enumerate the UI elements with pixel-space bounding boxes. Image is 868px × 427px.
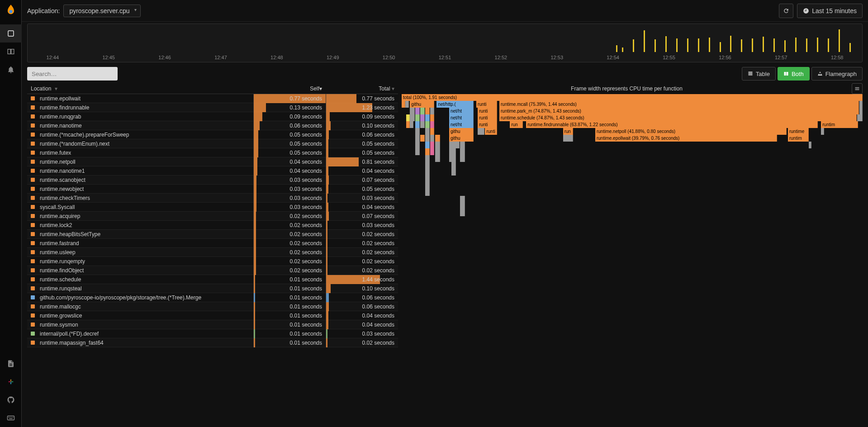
nav-alerts-icon[interactable] — [0, 61, 22, 79]
flame-frame[interactable]: net/ht — [449, 114, 474, 121]
flame-frame[interactable] — [435, 148, 440, 155]
nav-docs-icon[interactable] — [0, 355, 22, 373]
flame-frame[interactable]: runtime — [788, 128, 809, 135]
flame-frame[interactable] — [460, 142, 465, 148]
flame-frame[interactable] — [425, 128, 430, 135]
view-flamegraph-button[interactable]: Flamegraph — [811, 67, 863, 81]
flame-frame[interactable]: run — [563, 128, 573, 135]
flame-frame[interactable] — [425, 189, 430, 196]
flame-frame[interactable] — [410, 114, 414, 121]
nav-home-icon[interactable] — [0, 24, 22, 43]
table-row[interactable]: runtime.usleep0.02 seconds0.02 seconds — [27, 248, 398, 257]
flame-frame[interactable] — [451, 169, 456, 176]
table-row[interactable]: runtime.runqgrab0.09 seconds0.09 seconds — [27, 112, 398, 121]
flame-frame[interactable] — [415, 135, 420, 142]
flame-frame[interactable] — [425, 108, 430, 114]
column-self[interactable]: Self — [253, 85, 326, 92]
flame-frame[interactable] — [406, 114, 410, 121]
refresh-button[interactable] — [779, 4, 793, 18]
column-total[interactable]: Total ▾ — [326, 85, 398, 92]
flame-frame[interactable]: githu — [410, 101, 434, 108]
table-row[interactable]: runtime.growslice0.01 seconds0.04 second… — [27, 311, 398, 320]
flame-frame[interactable] — [859, 108, 863, 114]
view-table-button[interactable]: Table — [742, 67, 776, 81]
flame-frame[interactable]: runtime.park_m (74.87%, 1.43 seconds) — [499, 108, 859, 114]
flame-frame[interactable]: runtim — [788, 135, 809, 142]
flame-frame[interactable] — [425, 114, 430, 121]
flame-frame[interactable] — [449, 148, 456, 155]
flame-frame[interactable] — [478, 128, 484, 135]
flame-frame[interactable] — [430, 114, 434, 121]
time-range-button[interactable]: Last 15 minutes — [797, 4, 863, 18]
table-row[interactable]: runtime.runqsteal0.01 seconds0.10 second… — [27, 284, 398, 293]
nav-github-icon[interactable] — [0, 391, 22, 409]
flame-frame[interactable] — [420, 108, 425, 114]
flame-frame[interactable] — [415, 121, 420, 128]
flame-frame[interactable] — [402, 101, 405, 108]
flame-frame[interactable] — [415, 114, 420, 121]
table-row[interactable]: runtime.acquirep0.02 seconds0.07 seconds — [27, 212, 398, 221]
table-row[interactable]: runtime.newobject0.03 seconds0.05 second… — [27, 185, 398, 194]
application-select[interactable]: pyroscope.server.cpu — [63, 5, 141, 17]
flame-frame[interactable] — [425, 169, 430, 176]
flame-frame[interactable] — [405, 101, 409, 108]
flame-frame[interactable] — [435, 155, 440, 162]
flame-frame[interactable]: runtim — [821, 121, 858, 128]
flame-frame[interactable] — [425, 135, 430, 142]
flame-frame[interactable]: githu — [449, 128, 474, 135]
flame-frame[interactable]: net/ht — [449, 121, 474, 128]
flame-frame[interactable] — [430, 108, 434, 114]
flame-frame[interactable] — [809, 142, 811, 148]
table-row[interactable]: runtime.epollwait0.77 seconds0.77 second… — [27, 94, 398, 103]
flame-frame[interactable]: runti — [485, 128, 497, 135]
table-row[interactable]: runtime.(*randomEnum).next0.05 seconds0.… — [27, 139, 398, 148]
flame-frame[interactable] — [449, 155, 456, 162]
flame-frame[interactable]: runtime.findrunnable (63.87%, 1.22 secon… — [526, 121, 818, 128]
flame-frame[interactable] — [460, 155, 465, 162]
table-row[interactable]: runtime.fastrand0.02 seconds0.02 seconds — [27, 239, 398, 248]
flame-frame[interactable] — [420, 121, 425, 128]
flame-frame[interactable]: runtime.netpoll (41.88%, 0.80 seconds) — [595, 128, 787, 135]
flame-frame[interactable] — [430, 148, 434, 155]
nav-slack-icon[interactable] — [0, 373, 22, 391]
flame-frame[interactable] — [415, 128, 420, 135]
table-row[interactable]: runtime.(*mcache).prepareForSweep0.05 se… — [27, 130, 398, 139]
flame-frame[interactable] — [821, 128, 824, 135]
flame-frame[interactable] — [460, 196, 465, 203]
flame-frame[interactable] — [435, 135, 440, 142]
flame-frame[interactable]: runti — [478, 121, 497, 128]
flame-frame[interactable] — [420, 114, 425, 121]
table-row[interactable]: runtime.schedule0.01 seconds1.44 seconds — [27, 275, 398, 284]
table-row[interactable]: runtime.futex0.05 seconds0.05 seconds — [27, 148, 398, 157]
flame-frame[interactable] — [451, 162, 456, 169]
flame-frame[interactable]: net/ht — [449, 108, 474, 114]
timeline-chart[interactable]: 12:4412:4512:4612:4712:4812:4912:5012:51… — [27, 24, 863, 62]
nav-compare-icon[interactable] — [0, 43, 22, 61]
flame-frame[interactable] — [425, 121, 430, 128]
flame-frame[interactable] — [415, 148, 420, 155]
flame-frame[interactable] — [425, 142, 430, 148]
flame-frame[interactable] — [460, 209, 465, 216]
flame-frame[interactable] — [410, 121, 413, 128]
flame-frame[interactable] — [420, 135, 425, 142]
flamegraph-menu-button[interactable] — [852, 83, 863, 94]
table-row[interactable]: internal/poll.(*FD).decref0.01 seconds0.… — [27, 329, 398, 338]
table-row[interactable]: runtime.findObject0.02 seconds0.02 secon… — [27, 266, 398, 275]
flame-frame[interactable] — [859, 101, 863, 108]
flame-frame[interactable] — [415, 108, 420, 114]
flamegraph-canvas[interactable]: total (100%, 1.91 seconds)githunet/http.… — [402, 94, 863, 422]
flame-frame[interactable] — [425, 162, 430, 169]
search-input[interactable] — [27, 67, 118, 81]
table-row[interactable]: runtime.nanotime10.04 seconds0.04 second… — [27, 166, 398, 176]
table-row[interactable]: runtime.runqempty0.02 seconds0.02 second… — [27, 257, 398, 266]
table-row[interactable]: runtime.sysmon0.01 seconds0.04 seconds — [27, 320, 398, 329]
flame-frame[interactable] — [425, 176, 430, 182]
table-row[interactable]: runtime.mapassign_fast640.01 seconds0.02… — [27, 338, 398, 347]
flame-frame[interactable]: runtime.schedule (74.87%, 1.43 seconds) — [499, 114, 857, 121]
flame-frame[interactable] — [425, 182, 430, 189]
flame-frame[interactable]: net/http.( — [436, 101, 474, 108]
table-row[interactable]: syscall.Syscall0.03 seconds0.04 seconds — [27, 203, 398, 212]
flame-frame[interactable]: runti — [478, 108, 497, 114]
table-row[interactable]: runtime.mallocgc0.01 seconds0.06 seconds — [27, 302, 398, 311]
flame-frame[interactable]: runti — [478, 114, 497, 121]
